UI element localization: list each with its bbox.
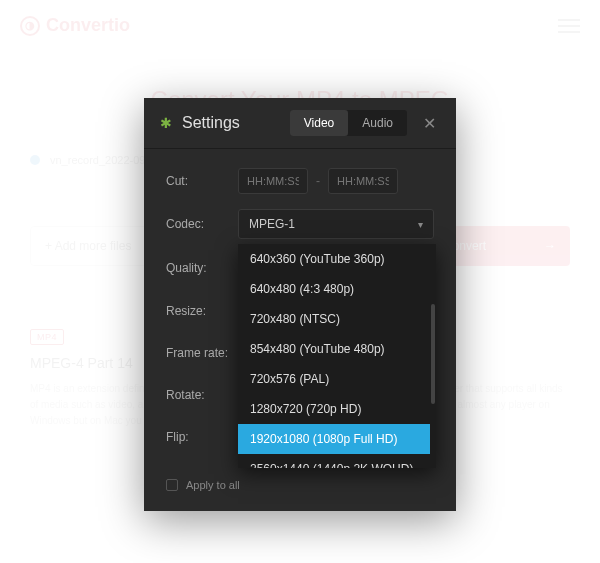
codec-value: MPEG-1	[249, 217, 295, 231]
dash-separator: -	[316, 174, 320, 188]
resize-option[interactable]: 640x360 (YouTube 360p)	[238, 244, 430, 274]
resize-option[interactable]: 854x480 (YouTube 480p)	[238, 334, 430, 364]
apply-row: Apply to all	[144, 469, 456, 511]
label-flip: Flip:	[166, 430, 238, 444]
resize-option[interactable]: 1920x1080 (1080p Full HD)	[238, 424, 430, 454]
resize-dropdown: 640x360 (YouTube 360p)640x480 (4:3 480p)…	[238, 244, 436, 468]
label-cut: Cut:	[166, 174, 238, 188]
chevron-down-icon: ▾	[418, 219, 423, 230]
label-quality: Quality:	[166, 261, 238, 275]
codec-select[interactable]: MPEG-1 ▾	[238, 209, 434, 239]
tab-audio[interactable]: Audio	[348, 110, 407, 136]
close-icon[interactable]: ✕	[419, 114, 440, 133]
row-codec: Codec: MPEG-1 ▾	[166, 209, 434, 239]
dropdown-scrollbar[interactable]	[430, 244, 436, 468]
cut-from-input[interactable]	[238, 168, 308, 194]
resize-option[interactable]: 2560x1440 (1440p 2K WQHD)	[238, 454, 430, 468]
label-rotate: Rotate:	[166, 388, 238, 402]
apply-all-label: Apply to all	[186, 479, 240, 491]
resize-option[interactable]: 720x480 (NTSC)	[238, 304, 430, 334]
label-frame-rate: Frame rate:	[166, 346, 238, 360]
resize-option[interactable]: 640x480 (4:3 480p)	[238, 274, 430, 304]
modal-title: Settings	[182, 114, 290, 132]
resize-option[interactable]: 1280x720 (720p HD)	[238, 394, 430, 424]
scrollbar-thumb[interactable]	[431, 304, 435, 404]
label-resize: Resize:	[166, 304, 238, 318]
settings-tabs: Video Audio	[290, 110, 407, 136]
apply-all-checkbox[interactable]	[166, 479, 178, 491]
cut-to-input[interactable]	[328, 168, 398, 194]
label-codec: Codec:	[166, 217, 238, 231]
resize-option-list: 640x360 (YouTube 360p)640x480 (4:3 480p)…	[238, 244, 430, 468]
tab-video[interactable]: Video	[290, 110, 348, 136]
resize-option[interactable]: 720x576 (PAL)	[238, 364, 430, 394]
gear-icon: ✱	[160, 115, 172, 131]
modal-header: ✱ Settings Video Audio ✕	[144, 98, 456, 149]
row-cut: Cut: -	[166, 167, 434, 195]
